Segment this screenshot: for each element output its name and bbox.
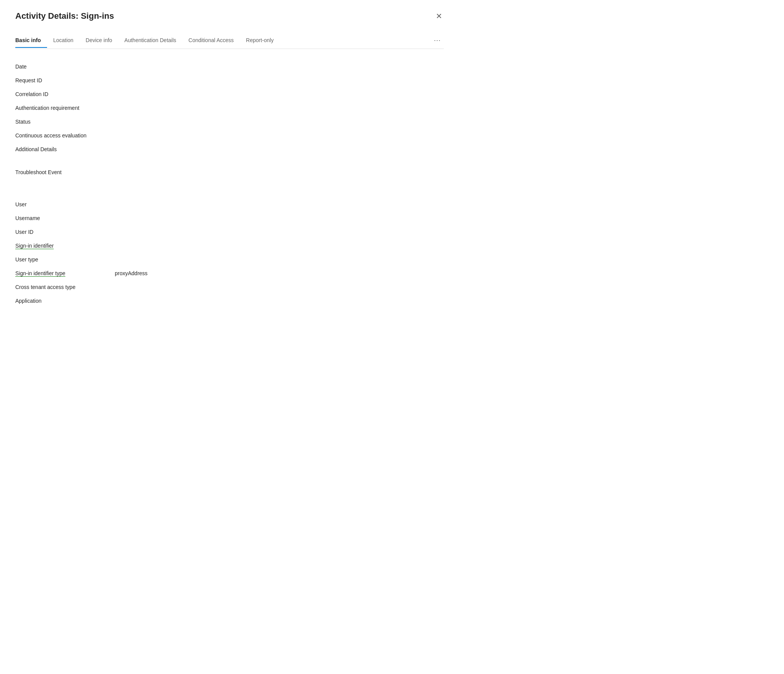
field-label-additional-details: Additional Details	[15, 146, 115, 152]
field-label-application: Application	[15, 298, 115, 304]
dialog-title: Activity Details: Sign-ins	[15, 11, 114, 22]
tab-device-info[interactable]: Device info	[80, 33, 118, 48]
field-row-correlation-id: Correlation ID	[15, 87, 444, 101]
field-label-cross-tenant: Cross tenant access type	[15, 284, 115, 290]
close-button[interactable]: ✕	[434, 11, 444, 21]
field-label-status: Status	[15, 119, 115, 125]
tab-more-button[interactable]: ···	[431, 33, 444, 49]
field-row-username: Username	[15, 211, 444, 225]
tab-conditional-access[interactable]: Conditional Access	[183, 33, 240, 48]
field-row-date: Date	[15, 60, 444, 73]
tab-authentication-details[interactable]: Authentication Details	[118, 33, 182, 48]
field-row-auth-requirement: Authentication requirement	[15, 101, 444, 115]
spacer-3	[15, 188, 444, 197]
field-label-username: Username	[15, 215, 115, 221]
field-row-troubleshoot: Troubleshoot Event	[15, 165, 444, 179]
spacer-2	[15, 179, 444, 188]
field-label-cae: Continuous access evaluation	[15, 132, 115, 139]
tab-report-only[interactable]: Report-only	[240, 33, 280, 48]
field-value-signin-identifier-type: proxyAddress	[115, 270, 444, 276]
field-row-application: Application	[15, 294, 444, 308]
basic-info-content: Date Request ID Correlation ID Authentic…	[15, 58, 444, 309]
field-label-correlation-id: Correlation ID	[15, 91, 115, 97]
field-row-signin-identifier: Sign-in identifier	[15, 239, 444, 253]
field-label-user-id: User ID	[15, 229, 115, 235]
field-label-auth-requirement: Authentication requirement	[15, 105, 115, 111]
dialog-header: Activity Details: Sign-ins ✕	[15, 11, 444, 22]
field-row-request-id: Request ID	[15, 73, 444, 87]
spacer-1	[15, 156, 444, 165]
field-row-status: Status	[15, 115, 444, 129]
fields-group-3: User Username User ID Sign-in identifier…	[15, 197, 444, 308]
field-label-user-type: User type	[15, 256, 115, 263]
field-label-troubleshoot: Troubleshoot Event	[15, 169, 115, 175]
tab-basic-info[interactable]: Basic info	[15, 33, 47, 48]
field-row-user-type: User type	[15, 253, 444, 266]
field-row-user: User	[15, 197, 444, 211]
field-label-signin-identifier: Sign-in identifier	[15, 243, 115, 249]
field-label-user: User	[15, 201, 115, 207]
field-label-request-id: Request ID	[15, 77, 115, 83]
field-row-additional-details: Additional Details	[15, 142, 444, 156]
tab-bar: Basic info Location Device info Authenti…	[15, 33, 444, 49]
field-row-cross-tenant: Cross tenant access type	[15, 280, 444, 294]
field-label-signin-identifier-type: Sign-in identifier type	[15, 270, 115, 276]
activity-details-dialog: Activity Details: Sign-ins ✕ Basic info …	[0, 0, 459, 674]
field-label-date: Date	[15, 64, 115, 70]
fields-group-2: Troubleshoot Event	[15, 165, 444, 179]
fields-group-1: Date Request ID Correlation ID Authentic…	[15, 60, 444, 156]
field-row-signin-identifier-type: Sign-in identifier type proxyAddress	[15, 266, 444, 280]
field-row-cae: Continuous access evaluation	[15, 129, 444, 142]
field-row-user-id: User ID	[15, 225, 444, 239]
tab-location[interactable]: Location	[47, 33, 80, 48]
